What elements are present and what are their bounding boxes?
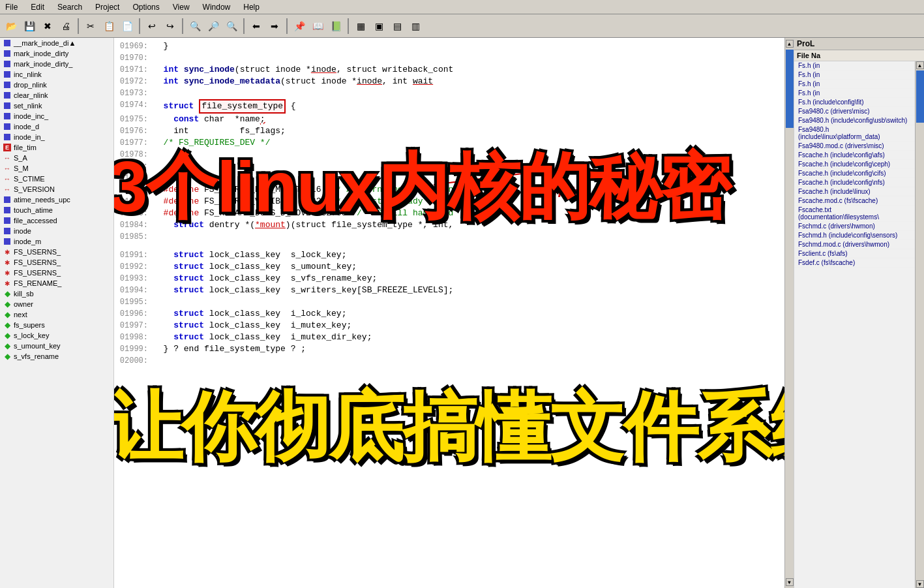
sidebar-item-diamond[interactable]: ◆ kill_sb	[0, 288, 113, 299]
toolbar-search[interactable]: 🔍	[186, 18, 203, 35]
sidebar-item-diamond[interactable]: ◆ next	[0, 309, 113, 320]
menu-help[interactable]: Help	[241, 1, 262, 13]
right-panel-item[interactable]: Fscache.h (include\config\cifs)	[794, 169, 915, 178]
sidebar-item[interactable]: atime_needs_upc	[0, 194, 113, 205]
sidebar-item[interactable]: file_accessed	[0, 215, 113, 226]
toolbar-layout3[interactable]: ▤	[389, 18, 406, 35]
toolbar-layout2[interactable]: ▣	[370, 18, 387, 35]
right-panel-item[interactable]: Fscache.h (include\linux)	[794, 187, 915, 196]
sidebar-item[interactable]: inc_nlink	[0, 69, 113, 80]
sidebar-item[interactable]: inode_inc_	[0, 111, 113, 121]
sidebar-label: inode	[14, 227, 31, 235]
sidebar-item[interactable]: set_nlink	[0, 101, 113, 111]
right-panel-item[interactable]: Fschmd.h (include\config\sensors)	[794, 231, 915, 240]
menu-view[interactable]: View	[170, 1, 192, 13]
toolbar-copy[interactable]: 📋	[100, 18, 117, 35]
toolbar-print[interactable]: 🖨	[57, 18, 74, 35]
sidebar-item-arrow[interactable]: ↔ S_A	[0, 153, 113, 163]
menu-window[interactable]: Window	[200, 1, 233, 13]
right-panel-item[interactable]: Fschmd.mod.c (drivers\hwmon)	[794, 240, 915, 249]
sidebar-item[interactable]: inode_d	[0, 121, 113, 132]
right-panel-item[interactable]: Fsa9480.h (include\linux\platform_data)	[794, 125, 915, 142]
toolbar-layout1[interactable]: ▦	[352, 18, 369, 35]
toolbar-ref[interactable]: 📖	[309, 18, 326, 35]
line-number: 01976:	[117, 125, 148, 137]
sidebar-item-arrow[interactable]: ↔ S_VERSION	[0, 184, 113, 194]
toolbar-paste[interactable]: 📄	[119, 18, 136, 35]
menu-search[interactable]: Search	[55, 1, 85, 13]
right-scrollbar-down[interactable]: ▼	[916, 580, 924, 588]
right-panel-item[interactable]: Fsdef.c (fs\fscache)	[794, 258, 915, 268]
sidebar-item-diamond[interactable]: ◆ s_lock_key	[0, 330, 113, 341]
sidebar-item-diamond[interactable]: ◆ s_umount_key	[0, 341, 113, 351]
right-panel-item[interactable]: Fscache.h (include\config\afs)	[794, 151, 915, 160]
sidebar-item-arrow[interactable]: ↔ S_CTIME	[0, 174, 113, 184]
toolbar-find-ref[interactable]: 🔍	[223, 18, 240, 35]
sidebar-item[interactable]: drop_nlink	[0, 80, 113, 90]
menu-edit[interactable]: Edit	[28, 1, 47, 13]
right-panel-item[interactable]: Fsclient.c (fs\afs)	[794, 249, 915, 258]
sidebar-item[interactable]: touch_atime	[0, 205, 113, 215]
line-number: 01977:	[117, 137, 148, 149]
menu-file[interactable]: File	[3, 1, 20, 13]
right-panel-item[interactable]: Fs.h (in	[794, 80, 915, 89]
toolbar-layout4[interactable]: ▥	[407, 18, 424, 35]
right-panel-item[interactable]: Fschmd.c (drivers\hwmon)	[794, 222, 915, 231]
right-panel-item[interactable]: Fscache.h (include\config\nfs)	[794, 178, 915, 187]
toolbar-cut[interactable]: ✂	[82, 18, 99, 35]
sidebar-item[interactable]: clear_nlink	[0, 90, 113, 101]
toolbar-find[interactable]: 🔎	[205, 18, 222, 35]
sidebar-item-diamond[interactable]: ◆ owner	[0, 299, 113, 309]
toolbar-open[interactable]: 📂	[3, 18, 20, 35]
toolbar-close[interactable]: ✖	[39, 18, 56, 35]
sidebar-label: set_nlink	[14, 102, 42, 110]
sidebar-item[interactable]: inode_in_	[0, 132, 113, 142]
right-panel-item[interactable]: Fscache.mod.c (fs\fscache)	[794, 196, 915, 206]
right-panel-scrollbar[interactable]: ▲ ▼	[915, 61, 924, 588]
sidebar-label: mark_inode_dirty	[14, 50, 68, 57]
right-panel-item[interactable]: Fs.h (in	[794, 89, 915, 98]
toolbar-save[interactable]: 💾	[21, 18, 38, 35]
sidebar-item-redstar[interactable]: ✱ FS_USERNS_	[0, 257, 113, 268]
sidebar-item-e[interactable]: E file_tim	[0, 142, 113, 153]
sidebar-item[interactable]: mark_inode_dirty_	[0, 59, 113, 69]
line-text: struct lock_class_key s_vfs_rename_key;	[153, 273, 782, 285]
sidebar-item[interactable]: inode_m	[0, 236, 113, 247]
sidebar-item-arrow[interactable]: ↔ S_M	[0, 163, 113, 174]
scrollbar-thumb-blue[interactable]	[786, 50, 794, 128]
sidebar-item-redstar[interactable]: ✱ FS_USERNS_	[0, 247, 113, 257]
line-text: struct lock_class_key i_mutex_dir_key;	[153, 332, 782, 343]
right-panel-item[interactable]: Fs.h (include\config\fit)	[794, 98, 915, 107]
toolbar-undo[interactable]: ↩	[143, 18, 160, 35]
sidebar-item-redstar[interactable]: ✱ FS_RENAME_	[0, 278, 113, 288]
sidebar-item[interactable]: __mark_inode_di▲	[0, 38, 113, 48]
right-scrollbar-up[interactable]: ▲	[916, 61, 924, 69]
toolbar-forward[interactable]: ➡	[266, 18, 283, 35]
toolbar-bookmark[interactable]: 📌	[291, 18, 308, 35]
right-panel-item[interactable]: Fs.h (in	[794, 70, 915, 80]
line-text	[153, 87, 782, 99]
sidebar-item-diamond[interactable]: ◆ fs_supers	[0, 320, 113, 330]
right-panel-item[interactable]: Fsa9480.c (drivers\misc)	[794, 107, 915, 116]
line-number: 01998:	[117, 332, 148, 343]
toolbar-ref2[interactable]: 📗	[327, 18, 344, 35]
right-panel-item[interactable]: Fscache.h (include\config\ceph)	[794, 160, 915, 169]
right-panel-item[interactable]: Fsa9480.h (include\config\usb\switch)	[794, 116, 915, 125]
sidebar-item-redstar[interactable]: ✱ FS_USERNS_	[0, 268, 113, 278]
code-area[interactable]: 01969: } 01970: 01971: int sync_inode(st…	[114, 38, 784, 588]
right-panel-item[interactable]: Fsa9480.mod.c (drivers\misc)	[794, 142, 915, 151]
scrollbar-up-btn[interactable]: ▲	[786, 40, 794, 48]
line-text: struct dentry *(*mount)(struct file_syst…	[153, 219, 782, 231]
code-scrollbar[interactable]: ▲ ▼	[784, 38, 794, 588]
menu-project[interactable]: Project	[93, 1, 122, 13]
sidebar-item-diamond[interactable]: ◆ s_vfs_rename	[0, 351, 113, 362]
sidebar-item[interactable]: inode	[0, 226, 113, 236]
sidebar-item[interactable]: mark_inode_dirty	[0, 48, 113, 59]
right-scrollbar-thumb[interactable]	[916, 70, 924, 123]
toolbar-redo[interactable]: ↪	[162, 18, 179, 35]
scrollbar-down-btn[interactable]: ▼	[786, 578, 794, 586]
menu-options[interactable]: Options	[130, 1, 162, 13]
right-panel-item[interactable]: Fs.h (in	[794, 61, 915, 70]
toolbar-back[interactable]: ⬅	[248, 18, 265, 35]
right-panel-item[interactable]: Fscache.txt (documentation\filesystems\	[794, 206, 915, 222]
